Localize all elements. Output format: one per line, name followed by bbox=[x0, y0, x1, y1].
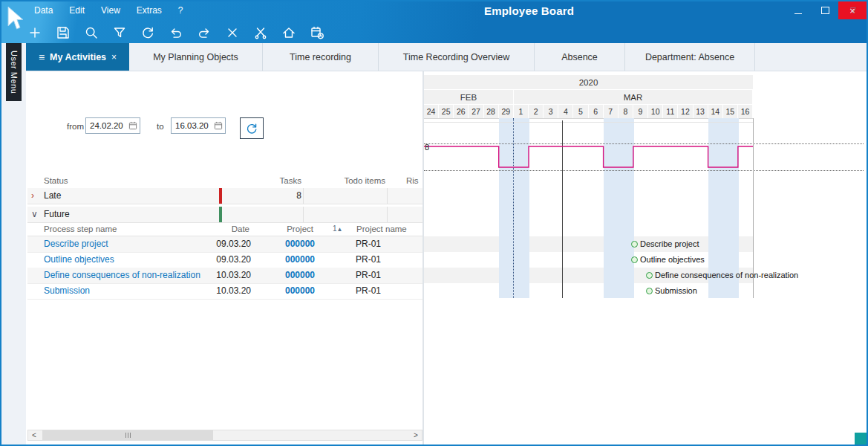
maximize-button[interactable] bbox=[812, 1, 838, 19]
day-header-cell: 3 bbox=[544, 105, 558, 118]
group-row-future[interactable]: ∨ Future bbox=[27, 207, 422, 223]
table-row[interactable]: Define consequences of non-realization 1… bbox=[27, 268, 422, 284]
process-step-link[interactable]: Define consequences of non-realization bbox=[44, 270, 200, 280]
user-menu-tab[interactable]: User Menu bbox=[6, 43, 22, 101]
project-link[interactable]: 000000 bbox=[270, 285, 315, 296]
step-date: 10.03.20 bbox=[206, 285, 251, 296]
milestone-label: Outline objectives bbox=[640, 255, 705, 264]
col-header-status[interactable]: Status bbox=[44, 176, 68, 185]
project-link[interactable]: 000000 bbox=[270, 239, 315, 249]
col-header-tasks[interactable]: Tasks bbox=[257, 176, 301, 185]
minimize-icon bbox=[794, 13, 802, 14]
from-label: from bbox=[67, 122, 84, 131]
tab-time-recording[interactable]: Time recording bbox=[263, 43, 379, 71]
group-name: Late bbox=[44, 190, 61, 201]
expand-collapsed-icon[interactable]: › bbox=[31, 190, 34, 201]
tab-close-icon[interactable]: × bbox=[111, 52, 117, 62]
subcol-header-step[interactable]: Process step name bbox=[44, 224, 117, 233]
scrollbar-thumb[interactable] bbox=[42, 430, 213, 440]
process-step-link[interactable]: Describe project bbox=[44, 239, 108, 249]
milestone-label: Describe project bbox=[640, 239, 699, 248]
project-link[interactable]: 000000 bbox=[270, 270, 315, 280]
subcol-header-date[interactable]: Date bbox=[205, 224, 249, 233]
resize-grip[interactable] bbox=[855, 433, 867, 445]
tab-time-recording-overview[interactable]: Time Recording Overview bbox=[379, 43, 535, 71]
col-header-todo-items[interactable]: Todo items bbox=[319, 176, 385, 185]
step-date: 09.03.20 bbox=[206, 239, 251, 249]
menu-item-help[interactable]: ? bbox=[178, 5, 183, 16]
undo-button[interactable] bbox=[163, 22, 188, 44]
tab-overflow-icon[interactable]: ▽ bbox=[850, 6, 856, 14]
minimize-button[interactable] bbox=[785, 1, 812, 19]
delete-x-icon bbox=[225, 25, 240, 40]
column-separator bbox=[303, 207, 304, 222]
add-button[interactable] bbox=[22, 22, 47, 44]
menu-item-edit[interactable]: Edit bbox=[69, 5, 85, 16]
menu-item-data[interactable]: Data bbox=[34, 5, 53, 16]
milestone-dot-icon bbox=[631, 256, 638, 263]
home-button[interactable] bbox=[276, 22, 301, 44]
refresh-button[interactable] bbox=[135, 22, 160, 44]
filter-button[interactable] bbox=[107, 22, 131, 44]
scroll-left-button[interactable]: < bbox=[28, 430, 40, 440]
tab-label: My Activities bbox=[50, 52, 106, 62]
step-date: 09.03.20 bbox=[206, 254, 251, 265]
project-name: PR-01 bbox=[356, 254, 381, 265]
sort-badge[interactable]: 1▲ bbox=[333, 224, 342, 233]
scroll-right-button[interactable]: > bbox=[410, 430, 422, 440]
milestone-dot-icon bbox=[631, 241, 638, 248]
redo-button[interactable] bbox=[192, 22, 216, 44]
planning-board-button[interactable] bbox=[304, 22, 329, 44]
hamburger-icon[interactable]: ≡ bbox=[39, 51, 45, 63]
calendar-icon[interactable] bbox=[128, 121, 137, 130]
project-name: PR-01 bbox=[356, 285, 381, 296]
group-row-late[interactable]: › Late 8 bbox=[27, 188, 422, 204]
menu-item-extras[interactable]: Extras bbox=[137, 5, 162, 16]
tools-button[interactable] bbox=[248, 22, 273, 44]
tab-absence[interactable]: Absence bbox=[535, 43, 625, 71]
subcol-header-project[interactable]: Project bbox=[269, 224, 313, 233]
gantt-row-band bbox=[424, 236, 753, 252]
table-row[interactable]: Describe project 09.03.20 000000 PR-01 bbox=[27, 236, 422, 253]
calendar-icon[interactable] bbox=[214, 121, 223, 130]
day-header-cell: 5 bbox=[573, 105, 588, 118]
apply-date-range-button[interactable] bbox=[240, 117, 264, 139]
table-row[interactable]: Outline objectives 09.03.20 000000 PR-01 bbox=[27, 252, 422, 268]
year-label: 2020 bbox=[579, 78, 598, 87]
tools-icon bbox=[253, 25, 268, 40]
tab-my-activities[interactable]: ≡ My Activities × bbox=[26, 43, 129, 71]
day-header-cell: 15 bbox=[723, 105, 738, 118]
expand-expanded-icon[interactable]: ∨ bbox=[31, 209, 38, 219]
milestone-label: Define consequences of non-realization bbox=[655, 271, 798, 279]
process-step-link[interactable]: Submission bbox=[44, 285, 90, 296]
gantt-milestone[interactable]: Describe project bbox=[631, 239, 699, 249]
gantt-milestone[interactable]: Define consequences of non-realization bbox=[646, 270, 798, 280]
from-date-input[interactable]: 24.02.20 bbox=[85, 117, 140, 134]
horizontal-scrollbar[interactable]: < > bbox=[27, 430, 422, 441]
to-date-input[interactable]: 16.03.20 bbox=[171, 117, 226, 134]
window-title: Employee Board bbox=[484, 4, 574, 17]
table-row[interactable]: Submission 10.03.20 000000 PR-01 bbox=[27, 283, 422, 300]
menu-item-view[interactable]: View bbox=[101, 5, 120, 16]
day-header-cell: 11 bbox=[663, 105, 678, 118]
tab-my-planning-objects[interactable]: My Planning Objects bbox=[129, 43, 263, 71]
col-header-risk[interactable]: Ris bbox=[406, 176, 419, 185]
project-link[interactable]: 000000 bbox=[270, 254, 315, 265]
workload-step-line bbox=[424, 118, 753, 193]
milestone-dot-icon bbox=[646, 288, 653, 294]
save-button[interactable] bbox=[50, 22, 75, 44]
delete-button[interactable] bbox=[220, 22, 244, 44]
gantt-milestone[interactable]: Outline objectives bbox=[631, 254, 705, 265]
day-header-cell: 10 bbox=[648, 105, 663, 118]
maximize-icon bbox=[821, 7, 829, 14]
refresh-icon bbox=[140, 25, 155, 40]
search-button[interactable] bbox=[79, 22, 103, 44]
day-header-cell: 28 bbox=[484, 105, 499, 118]
redo-icon bbox=[197, 25, 212, 40]
gantt-milestone[interactable]: Submission bbox=[646, 285, 697, 296]
process-step-link[interactable]: Outline objectives bbox=[44, 254, 114, 265]
tab-department-absence[interactable]: Department: Absence bbox=[625, 43, 755, 71]
subcol-header-project-name[interactable]: Project name bbox=[356, 224, 407, 233]
month-cell-feb: FEB bbox=[424, 90, 514, 104]
day-header-cell: 13 bbox=[694, 105, 708, 118]
